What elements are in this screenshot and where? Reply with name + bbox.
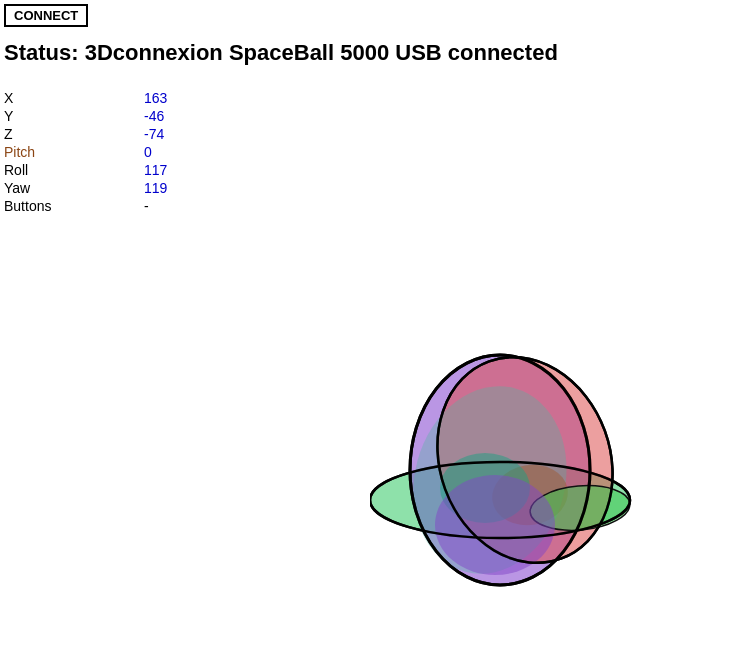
status-text: Status: 3Dconnexion SpaceBall 5000 USB c…: [4, 40, 558, 66]
row-yaw: Yaw 119: [4, 180, 204, 196]
value-x: 163: [144, 90, 204, 106]
connect-button[interactable]: CONNECT: [4, 4, 88, 27]
label-pitch: Pitch: [4, 144, 144, 160]
label-yaw: Yaw: [4, 180, 144, 196]
value-roll: 117: [144, 162, 204, 178]
3d-visualization: [370, 340, 650, 620]
value-pitch: 0: [144, 144, 204, 160]
label-x: X: [4, 90, 144, 106]
data-table: X 163 Y -46 Z -74 Pitch 0 Roll 117 Yaw 1…: [4, 90, 204, 216]
svg-point-7: [435, 475, 555, 575]
value-buttons: -: [144, 198, 204, 214]
label-y: Y: [4, 108, 144, 124]
value-yaw: 119: [144, 180, 204, 196]
row-roll: Roll 117: [4, 162, 204, 178]
row-pitch: Pitch 0: [4, 144, 204, 160]
row-buttons: Buttons -: [4, 198, 204, 214]
value-y: -46: [144, 108, 204, 124]
row-y: Y -46: [4, 108, 204, 124]
row-x: X 163: [4, 90, 204, 106]
row-z: Z -74: [4, 126, 204, 142]
label-buttons: Buttons: [4, 198, 144, 214]
label-z: Z: [4, 126, 144, 142]
label-roll: Roll: [4, 162, 144, 178]
value-z: -74: [144, 126, 204, 142]
